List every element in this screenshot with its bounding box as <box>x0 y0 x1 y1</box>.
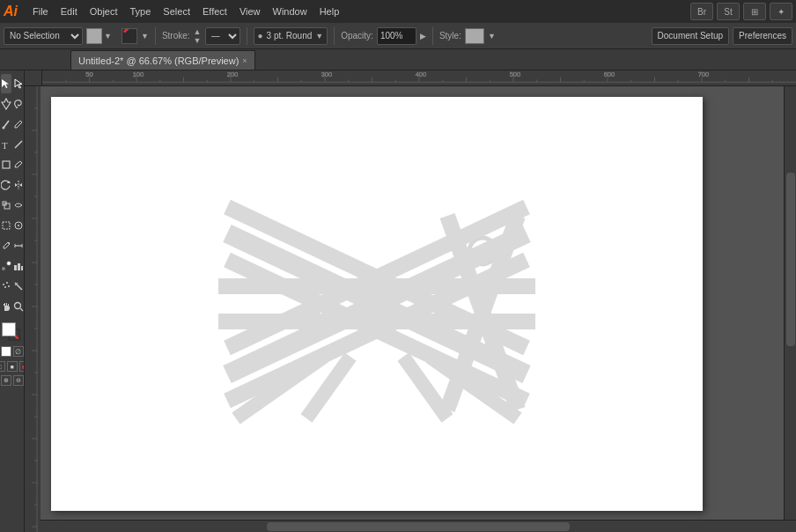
svg-rect-10 <box>4 203 10 209</box>
preferences-button[interactable]: Preferences <box>733 27 792 45</box>
fill-arrow[interactable]: ▼ <box>104 32 112 41</box>
main-area: T <box>0 70 796 532</box>
measure-tool[interactable] <box>13 236 24 255</box>
blend-tool[interactable] <box>1 256 11 276</box>
fill-color[interactable] <box>2 322 16 336</box>
stroke-up-arrow[interactable]: ▲▼ <box>194 27 202 45</box>
rotate-tool-group <box>1 175 24 195</box>
menu-object[interactable]: Object <box>84 4 124 18</box>
column-graph-tool[interactable] <box>13 256 24 276</box>
fill-swatch[interactable] <box>86 28 102 44</box>
free-transform-tool[interactable] <box>1 216 11 235</box>
zoom-out-icon[interactable]: ⊖ <box>13 375 24 386</box>
type-tool[interactable]: T <box>1 135 11 154</box>
symbol-tool-group <box>1 236 24 255</box>
svg-point-30 <box>14 303 20 309</box>
brush-size-box[interactable]: ● 3 pt. Round ▼ <box>254 27 328 45</box>
style-arrow[interactable]: ▼ <box>488 32 496 41</box>
pencil-tool[interactable] <box>13 115 24 134</box>
control-toolbar: No Selection ▼ ▼ Stroke: ▲▼ — ● 3 pt. Ro… <box>0 23 796 49</box>
svg-point-19 <box>2 267 5 270</box>
full-screen-icon[interactable]: ■ <box>7 361 18 372</box>
reflect-tool[interactable] <box>13 175 24 195</box>
direct-selection-tool[interactable] <box>13 74 24 93</box>
hand-tool[interactable] <box>1 297 11 316</box>
stroke-arrow[interactable]: ▼ <box>141 32 149 41</box>
selection-tool[interactable] <box>1 74 11 93</box>
paintbucket-tool[interactable] <box>13 155 24 174</box>
menu-edit[interactable]: Edit <box>55 4 84 18</box>
line-tool[interactable] <box>13 135 24 154</box>
no-fill-icon[interactable]: ∅ <box>13 346 24 357</box>
svg-point-1 <box>2 127 4 129</box>
fill-stroke-stack[interactable] <box>2 322 23 344</box>
fill-color-box[interactable]: ▼ <box>86 27 118 45</box>
vertical-scrollbar[interactable] <box>784 86 796 520</box>
horizontal-ruler: 50 100 200 300 400 500 600 700 <box>42 70 796 86</box>
selection-dropdown[interactable]: No Selection <box>4 27 83 45</box>
zoom-in-icon[interactable]: ⊕ <box>1 375 11 386</box>
menu-help[interactable]: Help <box>313 4 346 18</box>
svg-point-14 <box>18 225 19 226</box>
paintbrush-tool[interactable] <box>1 115 11 134</box>
color-boxes: ∅ <box>1 322 24 357</box>
svg-text:300: 300 <box>321 71 333 78</box>
tab-close-button[interactable]: × <box>242 56 247 65</box>
vertical-ruler <box>25 86 41 532</box>
scale-tool[interactable] <box>1 196 11 215</box>
grid-icon[interactable]: ⊞ <box>743 3 766 20</box>
artboard <box>51 97 703 511</box>
pen-tool-group <box>1 94 24 114</box>
horizontal-scrollbar[interactable] <box>41 520 796 532</box>
svg-text:50: 50 <box>85 71 92 78</box>
brush-arrow[interactable]: ▼ <box>315 32 323 41</box>
slice-tool[interactable] <box>13 277 24 296</box>
menu-select[interactable]: Select <box>157 4 196 18</box>
left-toolbar: T <box>0 70 25 532</box>
svg-point-24 <box>3 284 4 285</box>
puppet-warp-tool[interactable] <box>13 216 24 235</box>
tab-title: Untitled-2* @ 66.67% (RGB/Preview) <box>78 55 239 66</box>
stroke-style-dropdown[interactable]: — <box>205 27 240 45</box>
document-setup-button[interactable]: Document Setup <box>652 27 730 45</box>
menu-effect[interactable]: Effect <box>196 4 233 18</box>
horizontal-scrollbar-thumb[interactable] <box>267 522 569 531</box>
stroke-swatch[interactable] <box>122 28 137 44</box>
svg-text:400: 400 <box>416 71 427 78</box>
eyedropper-tool[interactable] <box>1 236 11 255</box>
star-icon[interactable]: ✦ <box>770 3 792 20</box>
style-swatch[interactable] <box>465 28 484 44</box>
menu-window[interactable]: Window <box>267 4 313 18</box>
slice-tool-group <box>1 277 24 296</box>
svg-marker-9 <box>19 183 22 187</box>
bridge-icon[interactable]: Br <box>690 3 713 20</box>
svg-rect-74 <box>25 86 41 532</box>
menu-type[interactable]: Type <box>124 4 158 18</box>
stock-icon[interactable]: St <box>717 3 740 20</box>
menu-file[interactable]: File <box>26 4 55 18</box>
rectangle-tool[interactable] <box>1 155 11 174</box>
svg-text:700: 700 <box>698 71 710 78</box>
sep-2 <box>247 27 247 45</box>
ruler-corner <box>25 70 42 86</box>
opacity-label: Opacity: <box>341 31 373 41</box>
warp-tool[interactable] <box>13 196 24 215</box>
normal-screen-icon[interactable]: □ <box>0 361 5 372</box>
zoom-tool[interactable] <box>13 297 24 316</box>
svg-rect-22 <box>18 263 20 270</box>
type-tool-group: T <box>1 135 24 154</box>
mode-icons: ∅ <box>1 346 24 357</box>
opacity-input[interactable] <box>377 27 416 45</box>
symbol-sprayer-tool[interactable] <box>1 277 11 296</box>
fill-mode-icon[interactable] <box>1 346 11 357</box>
svg-point-25 <box>6 282 8 284</box>
rotate-tool[interactable] <box>1 175 11 195</box>
document-tab[interactable]: Untitled-2* @ 66.67% (RGB/Preview) × <box>70 50 255 70</box>
opacity-right-arrow[interactable]: ▶ <box>420 32 426 41</box>
menu-view[interactable]: View <box>233 4 267 18</box>
pen-tool[interactable] <box>1 94 11 114</box>
lasso-tool[interactable] <box>13 94 24 114</box>
style-label: Style: <box>439 31 461 41</box>
vertical-scrollbar-thumb[interactable] <box>786 173 795 346</box>
svg-point-15 <box>8 242 10 244</box>
